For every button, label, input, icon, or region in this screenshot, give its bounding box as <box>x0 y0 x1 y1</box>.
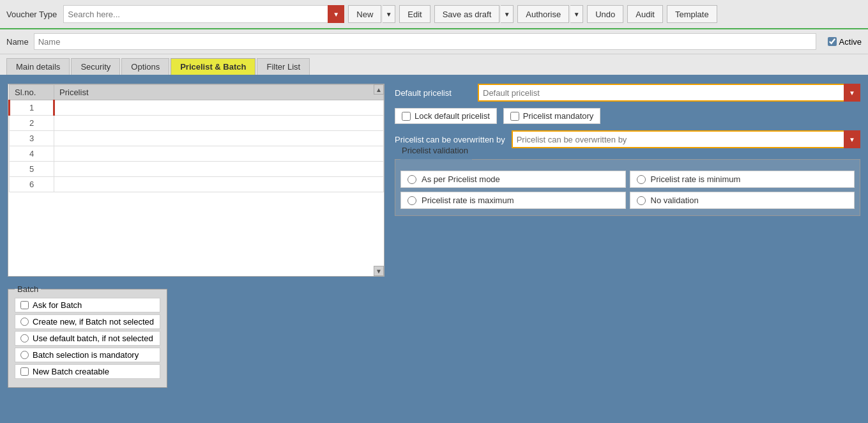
pricelist-rate-maximum-label: Pricelist rate is maximum <box>422 196 514 205</box>
lock-default-pricelist-checkbox[interactable] <box>402 112 411 121</box>
left-panel: Sl.no. Pricelist 1 2 3 <box>8 84 385 388</box>
as-per-pricelist-mode-label: As per Pricelist mode <box>422 174 500 184</box>
create-new-batch-radio[interactable] <box>20 318 29 326</box>
pricelist-table-wrapper: Sl.no. Pricelist 1 2 3 <box>8 84 385 277</box>
pricelist-table: Sl.no. Pricelist 1 2 3 <box>8 84 384 192</box>
top-bar: Voucher Type ▼ New ▼ Edit Save as draft … <box>0 0 868 29</box>
overwrite-label: Pricelist can be overwritten by <box>395 135 505 144</box>
overwrite-input[interactable] <box>512 130 860 148</box>
no-validation-label: No validation <box>651 196 699 205</box>
search-dropdown-btn[interactable]: ▼ <box>328 5 344 23</box>
row-slno: 3 <box>10 131 54 146</box>
content-area: Sl.no. Pricelist 1 2 3 <box>0 76 868 396</box>
name-bar: Name Active <box>0 29 868 54</box>
new-batch-creatable-row: New Batch creatable <box>15 364 160 379</box>
active-checkbox[interactable] <box>828 37 837 46</box>
batch-fieldset: Batch Ask for Batch Create new, if Batch… <box>8 284 167 388</box>
pricelist-mandatory-item: Pricelist mandatory <box>503 108 601 124</box>
tab-filter-list[interactable]: Filter List <box>257 58 310 75</box>
name-label: Name <box>6 37 29 47</box>
tab-pricelist-batch[interactable]: Pricelist & Batch <box>171 58 255 75</box>
template-button[interactable]: Template <box>667 5 717 23</box>
audit-button[interactable]: Audit <box>627 5 663 23</box>
pricelist-checkboxes-row: Lock default pricelist Pricelist mandato… <box>395 108 860 124</box>
table-row: 4 <box>10 146 384 162</box>
row-pricelist[interactable] <box>54 131 384 146</box>
right-panel: Default pricelist ▼ Lock default priceli… <box>395 84 860 388</box>
overwrite-wrapper: ▼ <box>512 130 860 148</box>
as-per-pricelist-mode-item: As per Pricelist mode <box>400 171 626 188</box>
active-label: Active <box>839 37 862 47</box>
use-default-batch-row: Use default batch, if not selected <box>15 331 160 346</box>
as-per-pricelist-mode-radio[interactable] <box>407 175 416 184</box>
lock-default-pricelist-item: Lock default pricelist <box>395 108 497 124</box>
search-input[interactable] <box>63 5 344 23</box>
tab-options[interactable]: Options <box>121 58 169 75</box>
table-row: 5 <box>10 162 384 177</box>
no-validation-radio[interactable] <box>637 196 646 205</box>
new-dropdown-arrow[interactable]: ▼ <box>383 5 395 23</box>
row-pricelist[interactable] <box>54 116 384 131</box>
col-header-pricelist: Pricelist <box>54 85 384 100</box>
batch-selection-mandatory-radio[interactable] <box>20 351 29 359</box>
batch-selection-mandatory-label: Batch selection is mandatory <box>33 350 139 360</box>
pricelist-mandatory-label: Pricelist mandatory <box>523 111 594 121</box>
save-as-draft-button[interactable]: Save as draft <box>434 5 500 23</box>
row-slno: 5 <box>10 162 54 177</box>
undo-button[interactable]: Undo <box>587 5 623 23</box>
ask-for-batch-row: Ask for Batch <box>15 298 160 312</box>
pricelist-rate-maximum-radio[interactable] <box>407 196 416 205</box>
batch-legend: Batch <box>15 284 41 294</box>
new-button[interactable]: New <box>348 5 381 23</box>
pricelist-mandatory-checkbox[interactable] <box>510 112 519 121</box>
ask-for-batch-checkbox[interactable] <box>20 301 29 309</box>
search-wrapper: ▼ <box>63 5 344 23</box>
authorise-button[interactable]: Authorise <box>517 5 569 23</box>
validation-fieldset: Pricelist validation As per Pricelist mo… <box>395 155 860 216</box>
voucher-type-label: Voucher Type <box>6 10 57 19</box>
authorise-dropdown-arrow[interactable]: ▼ <box>570 5 583 23</box>
lock-default-pricelist-label: Lock default pricelist <box>415 111 490 121</box>
new-batch-creatable-checkbox[interactable] <box>20 367 29 376</box>
row-slno: 1 <box>10 100 54 116</box>
default-pricelist-wrapper: ▼ <box>478 84 860 102</box>
scroll-up-btn[interactable]: ▲ <box>374 84 384 95</box>
validation-legend: Pricelist validation <box>399 146 471 155</box>
overwrite-dropdown-btn[interactable]: ▼ <box>844 130 860 148</box>
tab-main-details[interactable]: Main details <box>6 58 70 75</box>
scroll-down-btn[interactable]: ▼ <box>374 266 384 276</box>
row-pricelist[interactable] <box>54 146 384 162</box>
table-row: 1 <box>10 100 384 116</box>
table-row: 3 <box>10 131 384 146</box>
default-pricelist-input[interactable] <box>478 84 860 102</box>
tab-security[interactable]: Security <box>71 58 120 75</box>
batch-selection-mandatory-row: Batch selection is mandatory <box>15 348 160 362</box>
validation-grid: As per Pricelist mode Pricelist rate is … <box>400 171 855 209</box>
name-input[interactable] <box>34 33 816 50</box>
default-pricelist-row: Default pricelist ▼ <box>395 84 860 102</box>
create-new-batch-row: Create new, if Batch not selected <box>15 314 160 329</box>
ask-for-batch-label: Ask for Batch <box>33 300 82 310</box>
row-pricelist[interactable] <box>54 162 384 177</box>
row-slno: 4 <box>10 146 54 162</box>
active-checkbox-wrapper: Active <box>828 37 862 47</box>
pricelist-rate-maximum-item: Pricelist rate is maximum <box>400 192 626 209</box>
batch-container: Batch Ask for Batch Create new, if Batch… <box>8 284 385 388</box>
save-as-draft-btn-group: Save as draft ▼ <box>434 5 514 23</box>
default-pricelist-dropdown-btn[interactable]: ▼ <box>844 84 860 102</box>
no-validation-item: No validation <box>630 192 855 209</box>
row-slno: 2 <box>10 116 54 131</box>
authorise-btn-group: Authorise ▼ <box>517 5 583 23</box>
pricelist-rate-minimum-label: Pricelist rate is minimum <box>651 174 741 184</box>
new-btn-group: New ▼ <box>348 5 395 23</box>
use-default-batch-radio[interactable] <box>20 334 29 342</box>
pricelist-rate-minimum-radio[interactable] <box>637 175 646 184</box>
table-row: 2 <box>10 116 384 131</box>
tabs-bar: Main details Security Options Pricelist … <box>0 54 868 76</box>
row-pricelist[interactable] <box>54 177 384 192</box>
create-new-batch-label: Create new, if Batch not selected <box>33 317 154 327</box>
save-as-draft-dropdown-arrow[interactable]: ▼ <box>501 5 514 23</box>
use-default-batch-label: Use default batch, if not selected <box>33 334 153 343</box>
row-pricelist[interactable] <box>54 100 384 116</box>
edit-button[interactable]: Edit <box>399 5 430 23</box>
